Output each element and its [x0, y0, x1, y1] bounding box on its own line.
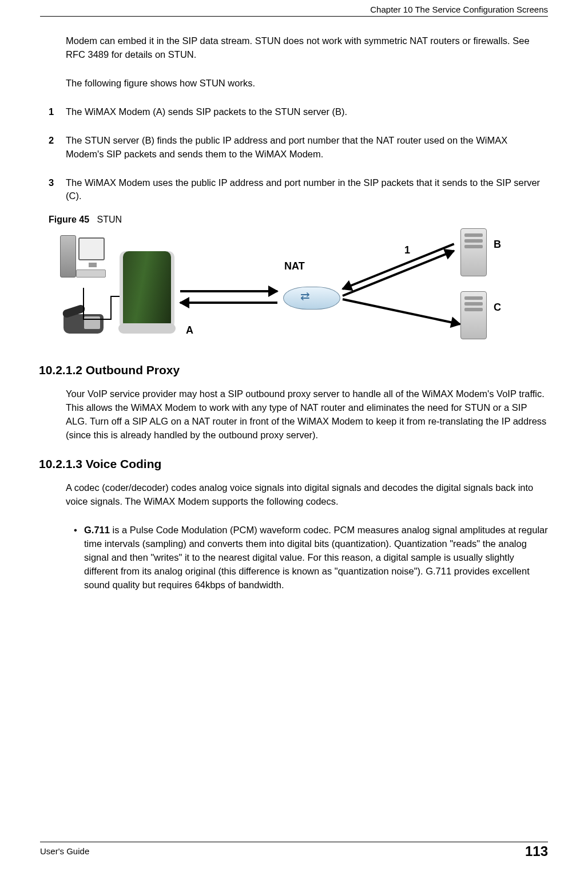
phone-icon	[63, 303, 109, 337]
page-number: 113	[525, 843, 548, 859]
running-header: Chapter 10 The Service Configuration Scr…	[370, 5, 548, 14]
arrow-right-icon	[180, 290, 277, 292]
figure-label-b: B	[494, 239, 501, 251]
server-b-icon	[460, 228, 487, 276]
codec-description: is a Pulse Code Modulation (PCM) wavefor…	[84, 525, 548, 590]
figure-label-a: A	[186, 324, 193, 336]
figure-label-nat: NAT	[284, 260, 305, 272]
bullet-text: G.711 is a Pulse Code Modulation (PCM) w…	[84, 524, 548, 592]
header-rule	[40, 16, 548, 17]
bullet-marker: •	[74, 524, 84, 592]
intro-para-2: The following figure shows how STUN work…	[66, 77, 548, 90]
list-text: The WiMAX Modem (A) sends SIP packets to…	[66, 105, 548, 119]
computer-icon	[60, 235, 106, 287]
list-item: 3 The WiMAX Modem uses the public IP add…	[66, 176, 548, 204]
list-number: 2	[49, 134, 66, 161]
page-content: Modem can embed it in the SIP data strea…	[66, 34, 548, 592]
figure-label-c: C	[494, 302, 501, 314]
figure-title: STUN	[97, 215, 122, 224]
outbound-proxy-body: Your VoIP service provider may host a SI…	[66, 387, 548, 442]
section-heading-voice-coding: 10.2.1.3 Voice Coding	[39, 457, 548, 471]
modem-icon	[123, 251, 171, 330]
footer-guide-label: User's Guide	[40, 846, 89, 856]
codec-name: G.711	[84, 525, 110, 535]
list-item: 1 The WiMAX Modem (A) sends SIP packets …	[66, 105, 548, 119]
figure-caption: Figure 45 STUN	[49, 215, 548, 225]
figure-number: Figure 45	[49, 215, 89, 224]
arrow-left-icon	[180, 302, 277, 304]
list-item: 2 The STUN server (B) finds the public I…	[66, 134, 548, 161]
bullet-item: • G.711 is a Pulse Code Modulation (PCM)…	[74, 524, 548, 592]
list-text: The STUN server (B) finds the public IP …	[66, 134, 548, 161]
arrow-left-icon	[342, 243, 454, 290]
intro-para-1: Modem can embed it in the SIP data strea…	[66, 34, 548, 62]
arrow-right-icon	[343, 298, 460, 326]
footer-rule	[40, 842, 548, 842]
figure-diagram: ⇄ A NAT 1 B C	[60, 228, 495, 354]
list-text: The WiMAX Modem uses the public IP addre…	[66, 176, 548, 204]
numbered-list: 1 The WiMAX Modem (A) sends SIP packets …	[66, 105, 548, 204]
list-number: 3	[49, 176, 66, 204]
section-heading-outbound-proxy: 10.2.1.2 Outbound Proxy	[39, 363, 548, 377]
figure-label-1: 1	[404, 244, 410, 256]
voice-coding-body: A codec (coder/decoder) codes analog voi…	[66, 481, 548, 509]
arrow-right-icon	[342, 250, 454, 297]
server-c-icon	[460, 291, 487, 339]
router-icon: ⇄	[283, 279, 340, 315]
list-number: 1	[49, 105, 66, 119]
